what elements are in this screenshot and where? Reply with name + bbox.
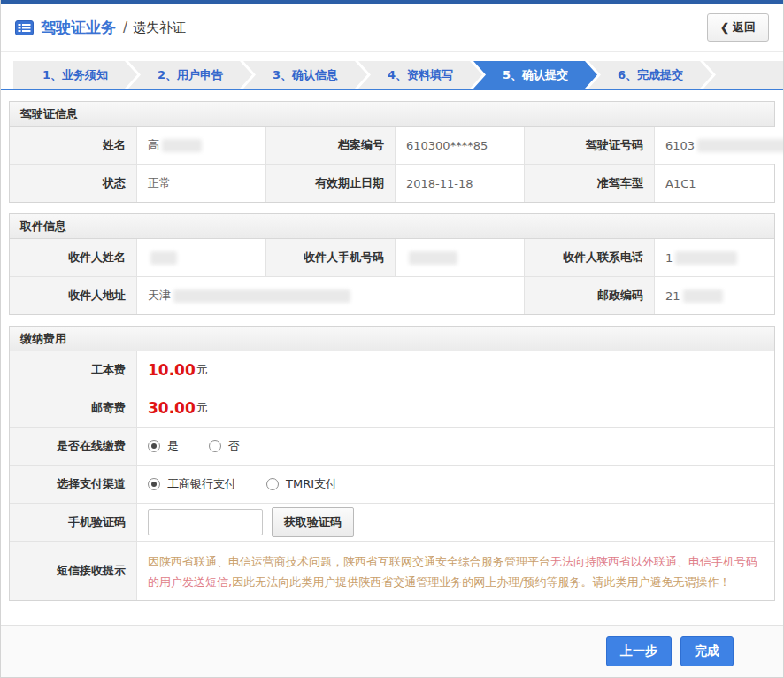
- postal-code-value: 21: [654, 277, 774, 314]
- recipient-address-value: 天津: [136, 277, 524, 314]
- get-code-button[interactable]: 获取验证码: [272, 507, 354, 537]
- production-fee-value: 10.00 元: [136, 351, 774, 389]
- back-button-label: 返回: [733, 19, 756, 35]
- table-row: 收件人地址 天津 邮政编码 21: [10, 276, 774, 314]
- table-row: 短信接收提示 因陕西省联通、电信运营商技术问题，陕西省互联网交通安全综合服务管理…: [10, 541, 774, 600]
- steps-filler: [703, 61, 783, 89]
- redacted-value: [675, 251, 737, 265]
- recipient-phone-label: 收件人联系电话: [524, 239, 654, 276]
- payment-section: 缴纳费用 工本费 10.00 元 邮寄费 30.00 元 是否在线缴费: [9, 326, 775, 601]
- table-row: 姓名 高 档案编号 610300****85 驾驶证号码 6103: [10, 127, 774, 164]
- radio-selected-icon[interactable]: [148, 440, 160, 452]
- redacted-value: [409, 251, 457, 265]
- license-section-title: 驾驶证信息: [10, 102, 774, 127]
- mailing-fee-value: 30.00 元: [136, 389, 774, 427]
- finish-button[interactable]: 完成: [680, 636, 734, 666]
- back-button[interactable]: ❮ 返回: [707, 13, 769, 42]
- online-payment-label: 是否在线缴费: [10, 428, 136, 465]
- radio-unselected-icon[interactable]: [209, 440, 221, 452]
- sms-code-input[interactable]: [148, 509, 263, 535]
- payment-channel-options: 工商银行支付 TMRI支付: [136, 466, 774, 503]
- document-list-icon: [15, 20, 34, 35]
- radio-option-icbc[interactable]: 工商银行支付: [148, 476, 236, 492]
- notice-text-part3: 因此无法向此类用户提供陕西省交通管理业务的网上办理/预约等服务。请此类用户避免无…: [232, 575, 730, 589]
- postal-code-label: 邮政编码: [524, 277, 654, 314]
- table-row: 手机验证码 获取验证码: [10, 503, 774, 541]
- vehicle-class-value: A1C1: [654, 165, 774, 202]
- radio-option-no[interactable]: 否: [209, 438, 240, 454]
- redacted-value: [162, 139, 202, 152]
- online-payment-options: 是 否: [136, 428, 774, 465]
- recipient-phone-value: 1: [654, 239, 774, 276]
- sms-code-field: 获取验证码: [136, 504, 774, 541]
- name-label: 姓名: [10, 127, 136, 164]
- footer-actions: 上一步 完成: [1, 625, 783, 677]
- radio-selected-icon[interactable]: [148, 478, 160, 490]
- table-row: 选择支付渠道 工商银行支付 TMRI支付: [10, 465, 774, 503]
- step-tab-1[interactable]: 1、业务须知: [13, 61, 137, 89]
- page-title: 驾驶证业务: [41, 18, 116, 38]
- main-content: 驾驶证信息 姓名 高 档案编号 610300****85 驾驶证号码 6103 …: [1, 90, 783, 625]
- radio-option-tmri[interactable]: TMRI支付: [266, 476, 337, 492]
- production-fee-label: 工本费: [10, 351, 136, 389]
- table-row: 状态 正常 有效期止日期 2018-11-18 准驾车型 A1C1: [10, 164, 774, 202]
- previous-step-button[interactable]: 上一步: [606, 636, 672, 666]
- step-tab-4[interactable]: 4、资料填写: [358, 61, 482, 89]
- redacted-value: [173, 289, 350, 303]
- page: 驾驶证业务 / 遗失补证 ❮ 返回 1、业务须知 2、用户申告 3、确认信息 4…: [0, 0, 784, 678]
- expiry-date-label: 有效期止日期: [265, 165, 395, 202]
- redacted-value: [150, 251, 177, 265]
- mailing-fee-amount: 30.00: [148, 399, 196, 417]
- pickup-info-section: 取件信息 收件人姓名 收件人手机号码 收件人联系电话 1 收件人地址 天津 邮政…: [9, 213, 775, 315]
- breadcrumb-separator: /: [123, 19, 127, 35]
- vehicle-class-label: 准驾车型: [524, 165, 654, 202]
- table-row: 收件人姓名 收件人手机号码 收件人联系电话 1: [10, 239, 774, 276]
- step-tab-5-active[interactable]: 5、确认提交: [473, 61, 597, 89]
- wizard-steps: 1、业务须知 2、用户申告 3、确认信息 4、资料填写 5、确认提交 6、完成提…: [1, 61, 783, 90]
- back-chevron-icon: ❮: [720, 21, 729, 34]
- redacted-value: [697, 139, 784, 152]
- recipient-mobile-value: [395, 239, 524, 276]
- production-fee-amount: 10.00: [148, 361, 196, 379]
- page-header: 驾驶证业务 / 遗失补证 ❮ 返回: [1, 4, 783, 52]
- step-tab-2[interactable]: 2、用户申告: [128, 61, 252, 89]
- table-row: 邮寄费 30.00 元: [10, 389, 774, 427]
- status-value: 正常: [136, 165, 265, 202]
- file-number-value: 610300****85: [395, 127, 524, 164]
- recipient-name-label: 收件人姓名: [10, 239, 136, 276]
- notice-text-part1: 因陕西省联通、电信运营商技术问题，陕西省互联网交通安全综合服务管理平台: [148, 555, 550, 568]
- production-fee-unit: 元: [196, 362, 208, 378]
- recipient-address-label: 收件人地址: [10, 277, 136, 314]
- expiry-date-value: 2018-11-18: [395, 165, 524, 202]
- mailing-fee-unit: 元: [196, 400, 208, 416]
- step-tab-6[interactable]: 6、完成提交: [588, 61, 712, 89]
- sms-notice-label: 短信接收提示: [10, 542, 136, 600]
- recipient-name-value: [136, 239, 265, 276]
- license-info-section: 驾驶证信息 姓名 高 档案编号 610300****85 驾驶证号码 6103 …: [9, 101, 775, 203]
- recipient-mobile-label: 收件人手机号码: [265, 239, 395, 276]
- sms-code-label: 手机验证码: [10, 504, 136, 541]
- table-row: 工本费 10.00 元: [10, 351, 774, 389]
- name-value: 高: [136, 127, 265, 164]
- license-number-label: 驾驶证号码: [524, 127, 654, 164]
- file-number-label: 档案编号: [265, 127, 395, 164]
- license-number-value: 6103: [654, 127, 784, 164]
- payment-channel-label: 选择支付渠道: [10, 466, 136, 503]
- mailing-fee-label: 邮寄费: [10, 389, 136, 427]
- sms-notice-text: 因陕西省联通、电信运营商技术问题，陕西省互联网交通安全综合服务管理平台无法向持陕…: [136, 542, 774, 600]
- breadcrumb-current: 遗失补证: [133, 19, 186, 36]
- table-row: 是否在线缴费 是 否: [10, 427, 774, 465]
- step-tab-3[interactable]: 3、确认信息: [243, 61, 367, 89]
- redacted-value: [683, 289, 723, 303]
- radio-unselected-icon[interactable]: [266, 478, 279, 490]
- radio-option-yes[interactable]: 是: [148, 438, 179, 454]
- pickup-section-title: 取件信息: [10, 214, 774, 239]
- status-label: 状态: [10, 165, 136, 202]
- payment-section-title: 缴纳费用: [10, 327, 774, 351]
